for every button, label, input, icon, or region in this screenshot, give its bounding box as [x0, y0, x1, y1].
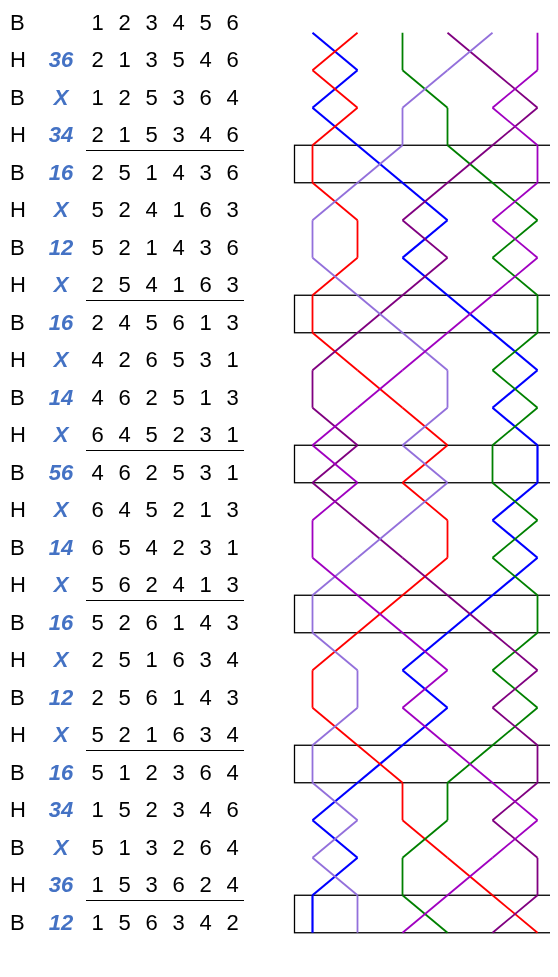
- bell-position: 3: [219, 385, 246, 411]
- bell-position: 2: [84, 647, 111, 673]
- bell-position: 2: [84, 272, 111, 298]
- bell-position: 2: [138, 460, 165, 486]
- call-label: 12: [38, 235, 84, 261]
- bell-position: 5: [138, 310, 165, 336]
- table-row: B12256143: [8, 679, 246, 717]
- svg-rect-4: [295, 745, 551, 783]
- bell-position: 3: [165, 760, 192, 786]
- bell-position: 5: [138, 85, 165, 111]
- blue-line-diagram: [290, 14, 550, 964]
- table-row: B12521436: [8, 229, 246, 267]
- hand-label: H: [8, 347, 38, 373]
- hand-label: B: [8, 910, 38, 936]
- bell-position: 4: [165, 572, 192, 598]
- call-label: 16: [38, 760, 84, 786]
- bell-position: 1: [84, 85, 111, 111]
- bell-position: 2: [138, 797, 165, 823]
- bell-position: 1: [111, 47, 138, 73]
- bell-position: 5: [84, 760, 111, 786]
- table-row: HX645231: [8, 417, 246, 455]
- table-row: H34215346: [8, 117, 246, 155]
- bell-position: 3: [192, 722, 219, 748]
- bell-position: 4: [165, 160, 192, 186]
- table-row: HX426531: [8, 342, 246, 380]
- bell-position: 4: [219, 647, 246, 673]
- table-row: HX562413: [8, 567, 246, 605]
- call-label: X: [38, 347, 84, 373]
- bell-position: 2: [111, 722, 138, 748]
- bell-position: 5: [111, 535, 138, 561]
- bell-position: 6: [165, 647, 192, 673]
- svg-rect-2: [295, 445, 551, 483]
- bell-position: 3: [219, 272, 246, 298]
- bell-position: 3: [165, 122, 192, 148]
- bell-position: 5: [165, 347, 192, 373]
- bell-position: 3: [219, 572, 246, 598]
- bell-position: 6: [219, 10, 246, 36]
- hand-label: H: [8, 47, 38, 73]
- lead-end-rule: [86, 300, 244, 301]
- bell-position: 5: [84, 835, 111, 861]
- bell-position: 1: [138, 647, 165, 673]
- bell-position: 2: [84, 685, 111, 711]
- bell-position: 3: [192, 235, 219, 261]
- bell-position: 6: [111, 460, 138, 486]
- bell-position: 5: [111, 685, 138, 711]
- bell-position: 2: [111, 10, 138, 36]
- lead-end-rule: [86, 450, 244, 451]
- call-label: X: [38, 572, 84, 598]
- bell-position: 2: [138, 760, 165, 786]
- table-row: H36213546: [8, 42, 246, 80]
- bell-position: 6: [219, 235, 246, 261]
- bell-position: 6: [192, 272, 219, 298]
- svg-rect-5: [295, 895, 551, 933]
- bell-position: 4: [192, 797, 219, 823]
- bell-position: 3: [165, 910, 192, 936]
- table-row: B12156342: [8, 904, 246, 942]
- bell-position: 6: [165, 722, 192, 748]
- bell-position: 3: [165, 797, 192, 823]
- bell-position: 3: [138, 47, 165, 73]
- bell-position: 3: [138, 835, 165, 861]
- bell-position: 2: [84, 47, 111, 73]
- table-row: HX254163: [8, 267, 246, 305]
- svg-rect-0: [295, 145, 551, 183]
- bell-position: 3: [192, 160, 219, 186]
- bell-position: 1: [84, 797, 111, 823]
- bell-position: 4: [219, 835, 246, 861]
- bell-position: 6: [138, 347, 165, 373]
- bell-position: 2: [84, 122, 111, 148]
- hand-label: B: [8, 610, 38, 636]
- bell-position: 4: [84, 347, 111, 373]
- bell-position: 1: [138, 722, 165, 748]
- bell-position: 6: [192, 760, 219, 786]
- hand-label: B: [8, 535, 38, 561]
- bell-position: 5: [138, 497, 165, 523]
- bell-position: 3: [138, 10, 165, 36]
- bell-position: 6: [165, 872, 192, 898]
- lead-end-rule: [86, 750, 244, 751]
- bell-position: 3: [165, 85, 192, 111]
- table-row: B14462513: [8, 379, 246, 417]
- table-row: HX521634: [8, 717, 246, 755]
- bell-position: 2: [84, 310, 111, 336]
- bell-position: 3: [219, 310, 246, 336]
- bell-position: 5: [192, 10, 219, 36]
- bell-position: 6: [84, 497, 111, 523]
- bell-position: 5: [111, 647, 138, 673]
- bell-position: 3: [219, 497, 246, 523]
- lead-end-rule: [86, 600, 244, 601]
- svg-rect-3: [295, 595, 551, 633]
- bell-position: 4: [111, 422, 138, 448]
- bell-position: 3: [219, 685, 246, 711]
- bell-position: 1: [84, 872, 111, 898]
- bell-position: 5: [138, 122, 165, 148]
- table-row: B123456: [8, 4, 246, 42]
- hand-label: H: [8, 572, 38, 598]
- bell-position: 2: [165, 422, 192, 448]
- bell-position: 6: [84, 535, 111, 561]
- bell-position: 2: [138, 572, 165, 598]
- call-label: X: [38, 647, 84, 673]
- bell-position: 1: [111, 760, 138, 786]
- hand-label: B: [8, 835, 38, 861]
